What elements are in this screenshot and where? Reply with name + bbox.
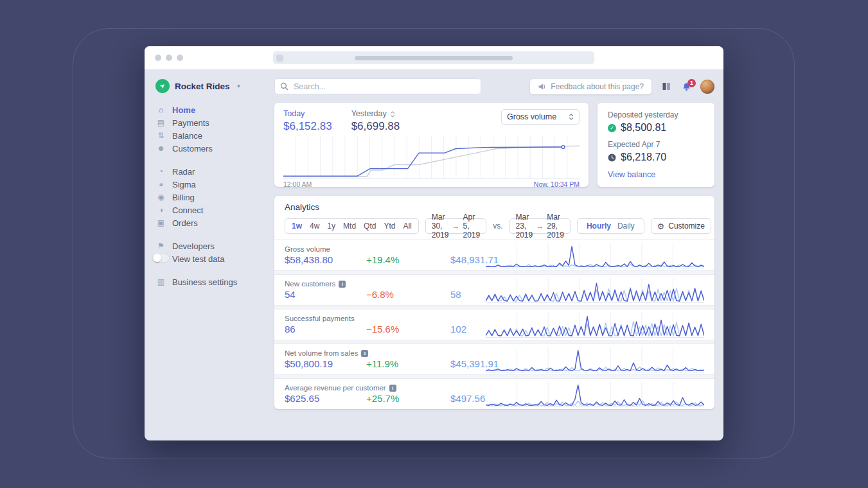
metric-value: 86 <box>285 324 366 335</box>
sidebar-item-view-test-data[interactable]: View test data <box>155 252 270 265</box>
info-icon[interactable]: i <box>339 281 346 288</box>
deposited-value: $8,500.81 <box>621 122 666 134</box>
metric-row-gross-volume[interactable]: Gross volume $58,438.80 +19.4% $48,931.7… <box>274 240 714 270</box>
overview-row: Today $6,152.83 Yesterday $6,699.88 Gros… <box>274 103 714 187</box>
metric-sparkline <box>486 347 704 372</box>
metric-sparkline <box>486 312 704 338</box>
rocket-icon: ➤ <box>158 82 166 90</box>
orders-icon: ▣ <box>155 219 166 227</box>
date-range-compare[interactable]: Mar 23, 2019 → Mar 29, 2019 <box>509 218 571 234</box>
account-switcher[interactable]: ➤ Rocket Rides ▼ <box>155 79 270 93</box>
sidebar-item-sigma[interactable]: ◕ Sigma <box>155 178 270 191</box>
sidebar-item-payments[interactable]: ▤ Payments <box>155 116 270 129</box>
yesterday-label: Yesterday <box>351 109 387 119</box>
search-icon <box>280 82 288 91</box>
docs-button[interactable] <box>662 82 671 91</box>
sidebar-item-billing[interactable]: ◉ Billing <box>155 191 270 204</box>
range-start: Mar 30, 2019 <box>432 213 449 240</box>
granularity-hourly[interactable]: Hourly <box>583 222 614 231</box>
metric-delta: −15.6% <box>366 324 450 335</box>
metric-select[interactable]: Gross volume <box>501 109 580 125</box>
preset-4w[interactable]: 4w <box>306 222 323 231</box>
metric-delta: +11.9% <box>366 358 450 370</box>
sidebar-item-label: Business settings <box>172 277 237 287</box>
sidebar-item-radar[interactable]: ◔ Radar <box>155 165 270 178</box>
vs-label: vs. <box>493 222 502 231</box>
book-icon <box>662 82 671 91</box>
preset-1w[interactable]: 1w <box>288 222 306 231</box>
metric-row-net-volume-from-sales[interactable]: Net volume from sales i $50,800.19 +11.9… <box>274 344 714 374</box>
check-circle-icon: ✓ <box>608 124 616 132</box>
feedback-label: Feedback about this page? <box>551 82 644 91</box>
connect-icon: ◑ <box>155 206 166 214</box>
brand-logo: ➤ <box>155 79 170 93</box>
today-value: $6,152.83 <box>283 120 332 133</box>
sidebar-item-label: Radar <box>172 167 195 177</box>
search-box[interactable] <box>274 78 481 94</box>
user-avatar[interactable] <box>700 80 714 94</box>
sidebar-item-developers[interactable]: ⚑ Developers <box>155 240 270 252</box>
notifications-button[interactable]: 1 <box>682 82 691 91</box>
x-axis-now: Now, 10:34 PM <box>534 180 580 187</box>
sidebar-group: ◔ Radar ◕ Sigma ◉ Billing ◑ Connect ▣ Or… <box>155 165 270 229</box>
date-range-current[interactable]: Mar 30, 2019 → Apr 5, 2019 <box>425 218 486 234</box>
compare-start: Mar 23, 2019 <box>516 213 533 240</box>
granularity-daily[interactable]: Daily <box>614 222 638 231</box>
metric-row-successful-payments[interactable]: Successful payments 86 −15.6% 102 <box>274 309 714 340</box>
analytics-controls: 1w4w1yMtdQtdYtdAll Mar 30, 2019 → Apr 5,… <box>285 218 704 234</box>
sidebar-item-label: Home <box>172 105 195 115</box>
metric-row-average-revenue-per-customer[interactable]: Average revenue per customer i $625.65 +… <box>274 379 714 409</box>
view-balance-link[interactable]: View balance <box>608 170 655 179</box>
sidebar-item-connect[interactable]: ◑ Connect <box>155 204 270 216</box>
sidebar-item-label: Orders <box>172 218 198 228</box>
preset-mtd[interactable]: Mtd <box>339 222 360 231</box>
metric-label: Average revenue per customer <box>285 384 386 392</box>
info-icon[interactable]: i <box>361 350 368 357</box>
window-close-button[interactable] <box>155 55 161 61</box>
today-label: Today <box>283 109 332 119</box>
expected-label: Expected Apr 7 <box>608 140 704 149</box>
select-arrows-icon <box>569 113 574 121</box>
metric-compare-value: 58 <box>450 289 486 301</box>
window-minimize-button[interactable] <box>166 55 172 61</box>
metric-row-new-customers[interactable]: New customers i 54 −6.8% 58 <box>274 275 714 305</box>
metric-delta: +25.7% <box>366 393 450 405</box>
preset-ytd[interactable]: Ytd <box>380 222 399 231</box>
sidebar-item-customers[interactable]: ☻ Customers <box>155 142 270 155</box>
today-metric: Today $6,152.83 <box>283 109 332 133</box>
sidebar-item-label: Billing <box>172 193 195 202</box>
x-axis-start: 12:00 AM <box>283 180 312 187</box>
metric-label: Successful payments <box>285 315 355 323</box>
compare-end: Mar 29, 2019 <box>547 213 564 240</box>
yesterday-value: $6,699.88 <box>351 120 400 133</box>
view-test-data-toggle[interactable] <box>155 254 166 264</box>
app-root: ➤ Rocket Rides ▼ ⌂ Home ▤ Payments ⇅ Bal… <box>145 69 723 440</box>
sidebar-item-balance[interactable]: ⇅ Balance <box>155 129 270 142</box>
metric-label: New customers <box>285 280 335 288</box>
sidebar-item-business-settings[interactable]: ▥ Business settings <box>155 275 270 288</box>
window-zoom-button[interactable] <box>177 55 183 61</box>
clock-icon <box>608 153 616 162</box>
home-icon: ⌂ <box>155 106 166 114</box>
sort-arrows-icon[interactable] <box>390 110 395 118</box>
search-input[interactable] <box>292 82 475 92</box>
sidebar-item-home[interactable]: ⌂ Home <box>155 103 270 116</box>
preset-all[interactable]: All <box>399 222 415 231</box>
url-placeholder <box>355 56 513 60</box>
row-separator <box>274 270 714 275</box>
range-end: Apr 5, 2019 <box>463 213 480 240</box>
sidebar-item-label: Balance <box>172 131 202 141</box>
preset-qtd[interactable]: Qtd <box>360 222 380 231</box>
expected-value: $6,218.70 <box>621 152 666 163</box>
metric-value: 54 <box>285 289 366 301</box>
info-icon[interactable]: i <box>389 385 396 392</box>
deposited-label: Deposited yesterday <box>608 110 704 119</box>
customize-button[interactable]: ⚙ Customize <box>651 218 711 234</box>
address-bar[interactable] <box>273 51 594 64</box>
preset-1y[interactable]: 1y <box>323 222 339 231</box>
sidebar-item-orders[interactable]: ▣ Orders <box>155 216 270 229</box>
metric-compare-value: $497.56 <box>450 393 486 405</box>
feedback-button[interactable]: Feedback about this page? <box>530 79 651 94</box>
row-separator <box>274 374 714 379</box>
arrow-right-icon: → <box>448 222 463 231</box>
